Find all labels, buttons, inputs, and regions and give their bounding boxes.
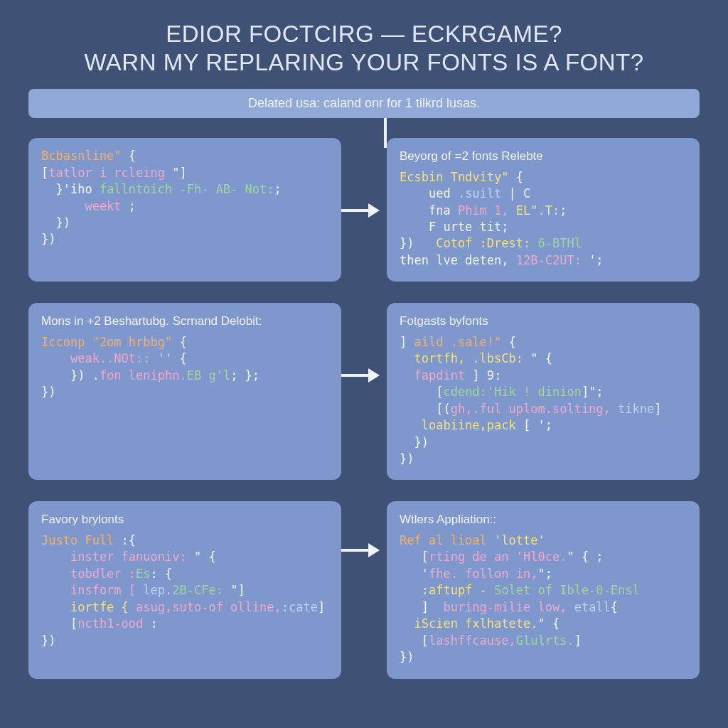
title-line-2: WARN MY REPLARING YOUR FONTS IS A FONT? [24,48,704,77]
code-block: Ecsbin Tndvity" { ued .suilt | C fna Phi… [400,169,687,269]
connector-vertical [384,118,387,146]
code-block: Icconp "2om hrbbg" { weak..NOt:: '' { })… [41,334,328,401]
code-card-0: Bcbasnline" {[tatlor i rcleing "] }'iho … [28,138,341,282]
title-line-1: EDIOR FOCTCIRG — ECKRGAME? [24,20,704,48]
card-title: Beyorg of =2 fonts Relebte [400,148,687,164]
diagram-grid: Bcbasnline" {[tatlor i rcleing "] }'iho … [24,125,704,678]
info-banner: Delated usa: caland onr for 1 tilkrd lus… [28,89,700,118]
code-block: ] aild .sale!" { tortfh, .lbsCb: " { fap… [400,334,687,468]
code-block: Justo Full :{ inster fanuoniv: " { tobdl… [41,532,328,649]
code-card-3: Fotgasts byfonts ] aild .sale!" { tortfh… [387,303,700,480]
code-card-4: Favory brylonts Justo Full :{ inster fan… [28,501,341,678]
code-card-1: Beyorg of =2 fonts Relebte Ecsbin Tndvit… [387,138,700,282]
page-title-block: EDIOR FOCTCIRG — ECKRGAME? WARN MY REPLA… [24,20,704,76]
card-title: Wtlers Appliation:: [400,511,687,528]
arrow-row-2 [338,374,370,377]
card-title: Favory brylonts [41,511,328,528]
code-block: Ref al lioal 'lotte' [rting de an 'Hl0ce… [400,532,687,666]
card-title: Fotgasts byfonts [400,313,687,329]
code-block: Bcbasnline" {[tatlor i rcleing "] }'iho … [41,148,328,248]
arrow-row-3 [338,549,370,552]
code-card-2: Mons in +2 Beshartubg. Scrnand Delobit: … [28,303,341,480]
arrow-row-1 [338,209,370,212]
code-card-5: Wtlers Appliation:: Ref al lioal 'lotte'… [387,501,700,678]
card-title: Mons in +2 Beshartubg. Scrnand Delobit: [41,313,328,329]
